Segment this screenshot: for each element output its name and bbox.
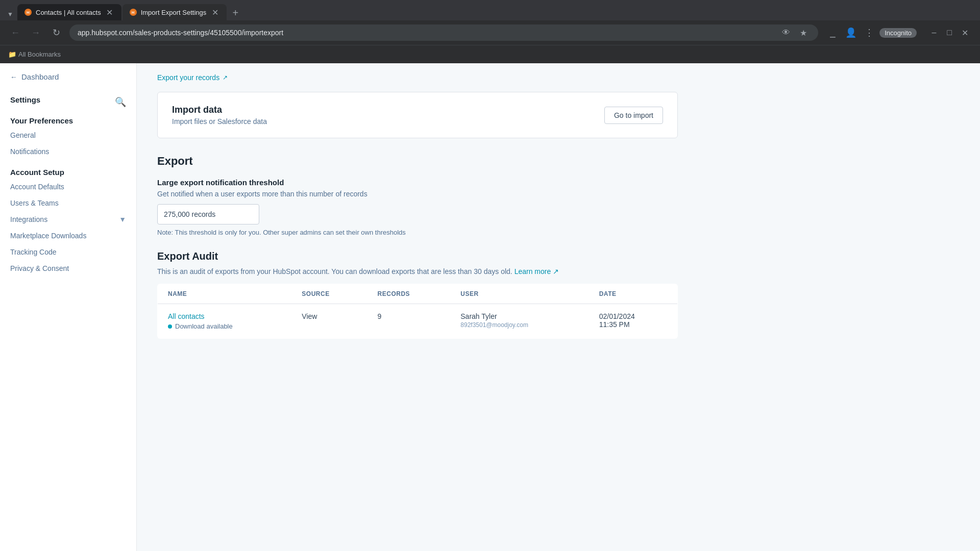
audit-row-date: 02/01/2024	[599, 312, 667, 320]
main-content: Export your records ↗ Import data Import…	[137, 63, 980, 551]
new-tab-button[interactable]: +	[228, 5, 243, 20]
profile-icon[interactable]: 👤	[843, 24, 859, 41]
settings-title: Settings	[10, 95, 40, 104]
tab-close-import-export[interactable]: ✕	[210, 8, 219, 17]
export-section: Export Large export notification thresho…	[157, 155, 678, 236]
learn-more-external-icon: ↗	[553, 267, 559, 276]
tab-favicon-import-export: H	[130, 9, 137, 16]
threshold-note: Note: This threshold is only for you. Ot…	[157, 229, 678, 236]
audit-row-source-cell: View	[291, 304, 367, 339]
audit-row-name-cell: All contacts Download available	[158, 304, 292, 339]
sidebar-search-button[interactable]: 🔍	[115, 96, 126, 108]
col-user: USER	[450, 284, 589, 304]
audit-row-records-cell: 9	[368, 304, 451, 339]
tab-favicon-contacts: H	[24, 9, 32, 16]
address-url: app.hubspot.com/sales-products-settings/…	[78, 29, 775, 37]
sidebar-item-users-teams[interactable]: Users & Teams	[0, 195, 136, 211]
sidebar-item-tracking-code[interactable]: Tracking Code	[0, 244, 136, 260]
reload-button[interactable]: ↻	[49, 26, 63, 40]
export-section-title: Export	[157, 155, 678, 168]
account-setup-group-title: Account Setup	[0, 162, 136, 179]
preferences-group-title: Your Preferences	[0, 110, 136, 127]
threshold-input[interactable]	[158, 206, 259, 222]
export-records-link[interactable]: Export your records	[157, 73, 219, 82]
sidebar-item-general[interactable]: General	[0, 127, 136, 143]
export-records-row: Export your records ↗	[157, 73, 678, 82]
audit-row-user-cell: Sarah Tyler 892f3501@moodjoy.com	[450, 304, 589, 339]
bookmarks-folder-icon: 📁	[8, 51, 16, 58]
bookmarks-bar: 📁 All Bookmarks	[0, 45, 980, 63]
audit-row-date-cell: 02/01/2024 11:35 PM	[589, 304, 678, 339]
address-bar[interactable]: app.hubspot.com/sales-products-settings/…	[69, 24, 818, 41]
audit-table: NAME SOURCE RECORDS USER DATE All contac…	[157, 284, 678, 339]
audit-row-time: 11:35 PM	[599, 320, 667, 329]
export-audit-section: Export Audit This is an audit of exports…	[157, 251, 678, 339]
col-date: DATE	[589, 284, 678, 304]
import-card-title: Import data	[172, 105, 267, 115]
download-status-dot	[168, 324, 172, 329]
tab-import-export[interactable]: H Import Export Settings ✕	[122, 4, 227, 20]
audit-row-record-link[interactable]: All contacts	[168, 312, 281, 320]
bookmark-star-icon[interactable]: ★	[797, 26, 810, 39]
sidebar-group-account-setup: Account Setup Account Defaults Users & T…	[0, 162, 136, 277]
export-audit-desc: This is an audit of exports from your Hu…	[157, 267, 678, 276]
back-button[interactable]: ←	[8, 26, 22, 40]
threshold-subtitle: Get notified when a user exports more th…	[157, 190, 678, 198]
col-name: NAME	[158, 284, 292, 304]
export-audit-title: Export Audit	[157, 251, 678, 262]
settings-header: Settings 🔍	[0, 87, 136, 110]
tab-close-contacts[interactable]: ✕	[105, 8, 114, 17]
minimize-button[interactable]: –	[927, 26, 941, 40]
import-card-subtitle: Import files or Salesforce data	[172, 117, 267, 126]
threshold-title: Large export notification threshold	[157, 178, 678, 187]
sidebar-group-preferences: Your Preferences General Notifications	[0, 110, 136, 160]
settings-icon[interactable]: ⋮	[861, 24, 877, 41]
threshold-section: Large export notification threshold Get …	[157, 178, 678, 236]
audit-row-user-name: Sarah Tyler	[460, 312, 578, 320]
all-bookmarks-link[interactable]: 📁 All Bookmarks	[8, 51, 61, 58]
maximize-button[interactable]: □	[942, 26, 957, 40]
address-bar-row: ← → ↻ app.hubspot.com/sales-products-set…	[0, 20, 980, 45]
back-arrow-icon: ←	[10, 73, 17, 81]
forward-button[interactable]: →	[29, 26, 43, 40]
threshold-input-wrap: ▲ ▼	[157, 204, 259, 224]
browser-tab-bar: ▼ H Contacts | All contacts ✕ H Import E…	[0, 0, 980, 20]
sidebar-item-marketplace-downloads[interactable]: Marketplace Downloads	[0, 228, 136, 244]
sidebar-item-notifications[interactable]: Notifications	[0, 143, 136, 160]
go-to-import-button[interactable]: Go to import	[604, 107, 663, 124]
external-link-icon: ↗	[223, 74, 228, 81]
tab-title-import-export: Import Export Settings	[141, 9, 207, 16]
sidebar-item-privacy-consent[interactable]: Privacy & Consent	[0, 260, 136, 277]
tab-contacts[interactable]: H Contacts | All contacts ✕	[17, 4, 121, 20]
col-records: RECORDS	[368, 284, 451, 304]
audit-table-row: All contacts Download available View 9	[158, 304, 678, 339]
tab-title-contacts: Contacts | All contacts	[36, 9, 101, 16]
import-data-card: Import data Import files or Salesforce d…	[157, 92, 678, 138]
integrations-chevron-icon: ▼	[119, 215, 126, 223]
sidebar: ← Dashboard Settings 🔍 Your Preferences …	[0, 63, 137, 551]
sidebar-item-account-defaults[interactable]: Account Defaults	[0, 179, 136, 195]
download-badge: Download available	[168, 322, 281, 330]
learn-more-link[interactable]: Learn more ↗	[514, 267, 559, 276]
audit-row-user-email: 892f3501@moodjoy.com	[460, 321, 578, 329]
sidebar-item-integrations[interactable]: Integrations ▼	[0, 211, 136, 228]
audit-table-header-row: NAME SOURCE RECORDS USER DATE	[158, 284, 678, 304]
extension-icon[interactable]: ⎯	[824, 24, 841, 41]
dashboard-button[interactable]: ← Dashboard	[0, 63, 136, 87]
close-window-button[interactable]: ✕	[958, 26, 972, 40]
watch-later-icon[interactable]: 👁	[779, 26, 793, 39]
col-source: SOURCE	[291, 284, 367, 304]
incognito-badge: Incognito	[879, 28, 917, 38]
tab-overflow-btn[interactable]: ▼	[4, 8, 16, 20]
